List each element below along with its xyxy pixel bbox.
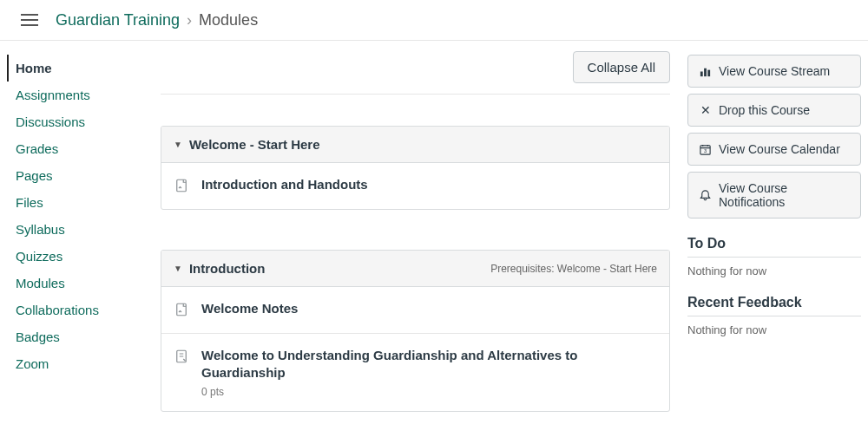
- recent-feedback-empty-message: Nothing for now: [687, 323, 861, 336]
- module-title: Introduction: [189, 261, 490, 276]
- svg-rect-0: [177, 179, 187, 192]
- svg-rect-4: [704, 68, 707, 75]
- todo-empty-message: Nothing for now: [687, 264, 861, 277]
- nav-item-discussions[interactable]: Discussions: [7, 108, 150, 135]
- nav-item-zoom[interactable]: Zoom: [7, 350, 150, 377]
- hamburger-menu-button[interactable]: [17, 7, 42, 33]
- caret-down-icon: ▼: [174, 140, 182, 149]
- page-icon: [174, 302, 189, 320]
- nav-item-pages[interactable]: Pages: [7, 162, 150, 189]
- recent-feedback-title: Recent Feedback: [687, 295, 861, 316]
- svg-rect-3: [700, 71, 703, 76]
- module-title: Welcome - Start Here: [189, 137, 657, 152]
- nav-item-assignments[interactable]: Assignments: [7, 82, 150, 108]
- module-header[interactable]: ▼ Welcome - Start Here: [161, 127, 669, 163]
- module-introduction: ▼ Introduction Prerequisites: Welcome - …: [161, 250, 670, 412]
- view-course-notifications-button[interactable]: View Course Notifications: [687, 172, 861, 218]
- view-course-stream-button[interactable]: View Course Stream: [687, 55, 861, 88]
- nav-item-collaborations[interactable]: Collaborations: [7, 297, 150, 323]
- bell-icon: [699, 189, 712, 202]
- button-label: View Course Notifications: [719, 181, 850, 209]
- nav-item-quizzes[interactable]: Quizzes: [7, 243, 150, 270]
- module-item-points: 0 pts: [201, 386, 657, 398]
- bar-chart-icon: [699, 65, 712, 78]
- svg-rect-1: [177, 303, 187, 316]
- collapse-all-button[interactable]: Collapse All: [573, 51, 670, 83]
- module-item[interactable]: Welcome to Understanding Guardianship an…: [161, 334, 669, 411]
- nav-item-badges[interactable]: Badges: [7, 323, 150, 350]
- nav-item-files[interactable]: Files: [7, 189, 150, 216]
- module-item[interactable]: Welcome Notes: [161, 287, 669, 334]
- todo-title: To Do: [687, 236, 861, 258]
- chevron-right-icon: ›: [187, 11, 192, 29]
- module-item-title: Welcome Notes: [201, 300, 657, 317]
- page-icon: [174, 178, 189, 196]
- module-prerequisites: Prerequisites: Welcome - Start Here: [490, 263, 657, 275]
- drop-course-button[interactable]: ✕ Drop this Course: [687, 94, 861, 127]
- module-header[interactable]: ▼ Introduction Prerequisites: Welcome - …: [161, 251, 669, 287]
- caret-down-icon: ▼: [174, 264, 182, 273]
- course-nav-sidebar: Home Assignments Discussions Grades Page…: [7, 51, 150, 437]
- todo-section: To Do Nothing for now: [687, 236, 861, 277]
- svg-rect-5: [707, 69, 710, 76]
- assignment-icon: [174, 349, 189, 367]
- module-item[interactable]: Introduction and Handouts: [161, 163, 669, 209]
- calendar-icon: 3: [699, 143, 712, 156]
- module-item-title: Welcome to Understanding Guardianship an…: [201, 347, 657, 382]
- nav-item-modules[interactable]: Modules: [7, 270, 150, 297]
- module-item-title: Introduction and Handouts: [201, 176, 657, 193]
- view-course-calendar-button[interactable]: 3 View Course Calendar: [687, 133, 861, 166]
- module-welcome-start-here: ▼ Welcome - Start Here Introduction and …: [161, 126, 670, 210]
- button-label: View Course Stream: [719, 64, 830, 78]
- svg-text:3: 3: [704, 148, 707, 153]
- nav-item-grades[interactable]: Grades: [7, 135, 150, 162]
- button-label: Drop this Course: [719, 103, 810, 117]
- button-label: View Course Calendar: [719, 142, 840, 156]
- breadcrumb-course-link[interactable]: Guardian Training: [56, 11, 180, 29]
- recent-feedback-section: Recent Feedback Nothing for now: [687, 295, 861, 336]
- breadcrumb-current: Modules: [199, 11, 258, 29]
- breadcrumb: Guardian Training › Modules: [56, 11, 258, 29]
- close-icon: ✕: [699, 104, 712, 117]
- nav-item-home[interactable]: Home: [7, 55, 150, 82]
- nav-item-syllabus[interactable]: Syllabus: [7, 216, 150, 243]
